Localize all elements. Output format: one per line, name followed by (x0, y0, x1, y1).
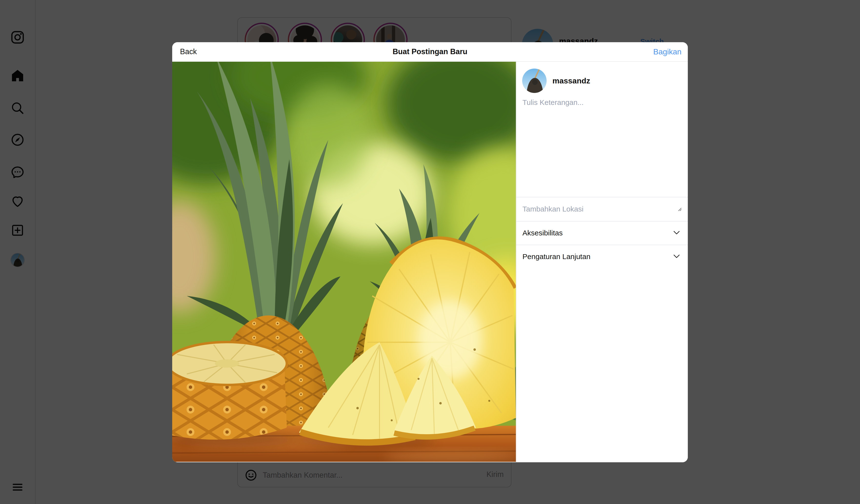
caption-textarea[interactable] (522, 98, 681, 196)
resize-handle-icon[interactable] (677, 207, 682, 212)
accessibility-row[interactable]: Aksesibilitas (516, 221, 688, 245)
modal-title: Buat Postingan Baru (172, 47, 688, 56)
modal-body: massandz Aksesibilitas Pengaturan Lanjut… (172, 62, 688, 462)
chevron-down-icon (672, 228, 682, 238)
post-image-pineapples (172, 62, 516, 462)
accessibility-label: Aksesibilitas (522, 229, 563, 237)
create-post-modal: Back Buat Postingan Baru Bagikan (172, 42, 688, 462)
back-button[interactable]: Back (180, 47, 197, 56)
page-root: { "colors": { "accent_blue": "#4a94ef", … (0, 0, 860, 504)
advanced-settings-label: Pengaturan Lanjutan (522, 253, 590, 261)
post-details-panel: massandz Aksesibilitas Pengaturan Lanjut… (516, 62, 688, 462)
panel-user-row: massandz (522, 69, 590, 93)
chevron-down-icon (672, 251, 682, 262)
advanced-settings-row[interactable]: Pengaturan Lanjutan (516, 245, 688, 268)
divider (516, 197, 688, 197)
share-button[interactable]: Bagikan (653, 47, 682, 56)
location-input[interactable] (522, 200, 669, 218)
modal-header: Back Buat Postingan Baru Bagikan (172, 42, 688, 62)
user-avatar (522, 69, 547, 93)
panel-username: massandz (553, 76, 590, 85)
